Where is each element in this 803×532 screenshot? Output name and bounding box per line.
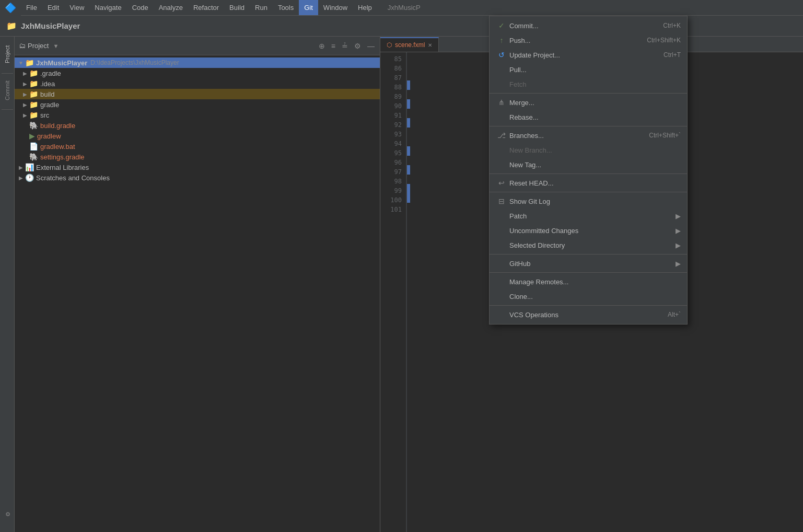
commit-label: Commit... bbox=[509, 22, 659, 30]
gutter-85 bbox=[407, 52, 410, 62]
sidebar-item-commit[interactable]: Commit bbox=[2, 75, 13, 106]
tree-item-root[interactable]: ▼ 📁 JxhMusicPlayer D:\IdeaProjects\JxhMu… bbox=[15, 57, 380, 68]
project-title: JxhMusicPlayer bbox=[21, 21, 80, 30]
menu-item-selected-directory[interactable]: Selected Directory ▶ bbox=[490, 238, 687, 252]
line-num-97: 97 bbox=[380, 167, 402, 177]
tree-item-src[interactable]: ▶ 📁 src bbox=[15, 110, 380, 120]
line-num-94: 94 bbox=[380, 139, 402, 148]
update-shortcut: Ctrl+T bbox=[664, 51, 681, 59]
menu-item-new-tag[interactable]: New Tag... bbox=[490, 157, 687, 172]
patch-arrow: ▶ bbox=[676, 212, 681, 220]
menu-item-rebase[interactable]: Rebase... bbox=[490, 110, 687, 124]
expand-icon-src: ▶ bbox=[21, 112, 29, 118]
fetch-label: Fetch bbox=[509, 80, 681, 88]
gutter-95 bbox=[407, 146, 410, 156]
menu-refactor[interactable]: Refactor bbox=[188, 0, 224, 15]
gutter-96 bbox=[407, 156, 410, 165]
tree-item-settings-gradle[interactable]: ▶ 🐘 settings.gradle bbox=[15, 152, 380, 162]
gutter-87 bbox=[407, 71, 410, 80]
gutter-101 bbox=[407, 203, 410, 212]
pull-label: Pull... bbox=[509, 66, 681, 74]
menu-item-fetch[interactable]: Fetch bbox=[490, 77, 687, 91]
tree-item-gradlew-bat[interactable]: ▶ 📄 gradlew.bat bbox=[15, 141, 380, 152]
line-num-85: 85 bbox=[380, 54, 402, 64]
panel-title-label: Project bbox=[28, 42, 49, 50]
settings-gradle-label: settings.gradle bbox=[40, 153, 85, 161]
menu-file[interactable]: File bbox=[21, 0, 42, 15]
git-gutter bbox=[406, 52, 411, 532]
menu-item-update-project[interactable]: ↺ Update Project... Ctrl+T bbox=[490, 48, 687, 62]
manage-remotes-label: Manage Remotes... bbox=[509, 278, 681, 286]
menu-item-commit[interactable]: ✓ Commit... Ctrl+K bbox=[490, 18, 687, 33]
menu-item-pull[interactable]: Pull... bbox=[490, 62, 687, 77]
tree-item-idea-dir[interactable]: ▶ 📁 .idea bbox=[15, 78, 380, 89]
menu-item-uncommitted-changes[interactable]: Uncommitted Changes ▶ bbox=[490, 223, 687, 238]
minimize-icon[interactable]: — bbox=[366, 41, 376, 51]
tree-item-external-libs[interactable]: ▶ 📊 External Libraries bbox=[15, 162, 380, 172]
vcs-shortcut: Alt+` bbox=[668, 311, 681, 318]
separator-7 bbox=[490, 305, 687, 306]
update-icon: ↺ bbox=[496, 51, 507, 59]
root-folder-icon: 📁 bbox=[25, 59, 34, 67]
menu-item-patch[interactable]: Patch ▶ bbox=[490, 209, 687, 223]
menu-view[interactable]: View bbox=[64, 0, 89, 15]
sidebar-item-project[interactable]: Project bbox=[2, 39, 13, 70]
tree-item-gradle[interactable]: ▶ 📁 gradle bbox=[15, 99, 380, 110]
idea-dir-icon: 📁 bbox=[29, 79, 38, 88]
push-label: Push... bbox=[509, 37, 643, 44]
menu-item-branches[interactable]: ⎇ Branches... Ctrl+Shift+` bbox=[490, 128, 687, 143]
project-panel-header: 🗂 Project ▼ ⊕ ≡ ≟ ⚙ — bbox=[15, 37, 380, 55]
git-dropdown-menu: ✓ Commit... Ctrl+K ↑ Push... Ctrl+Shift+… bbox=[489, 16, 688, 325]
expand-icon-scratches: ▶ bbox=[17, 175, 25, 181]
menu-item-merge[interactable]: ⋔ Merge... bbox=[490, 95, 687, 110]
uncommitted-changes-label: Uncommitted Changes bbox=[509, 227, 671, 235]
tree-item-gradle-dir[interactable]: ▶ 📁 .gradle bbox=[15, 68, 380, 78]
menu-item-vcs-operations[interactable]: VCS Operations Alt+` bbox=[490, 307, 687, 322]
menu-item-push[interactable]: ↑ Push... Ctrl+Shift+K bbox=[490, 33, 687, 48]
menu-git[interactable]: Git bbox=[299, 0, 318, 15]
merge-icon: ⋔ bbox=[496, 98, 507, 107]
menu-tools[interactable]: Tools bbox=[273, 0, 299, 15]
tree-item-gradlew[interactable]: ▶ ▶ gradlew bbox=[15, 131, 380, 141]
build-gradle-label: build.gradle bbox=[40, 122, 75, 130]
tree-item-scratches[interactable]: ▶ 🕐 Scratches and Consoles bbox=[15, 172, 380, 183]
line-num-99: 99 bbox=[380, 186, 402, 195]
selected-directory-label: Selected Directory bbox=[509, 241, 671, 249]
external-libs-icon: 📊 bbox=[25, 163, 34, 171]
root-path: D:\IdeaProjects\JxhMusicPlayer bbox=[90, 59, 179, 66]
menu-edit[interactable]: Edit bbox=[42, 0, 64, 15]
gradlew-bat-icon: 📄 bbox=[29, 142, 38, 151]
clone-label: Clone... bbox=[509, 293, 681, 300]
separator-6 bbox=[490, 272, 687, 273]
menu-navigate[interactable]: Navigate bbox=[89, 0, 126, 15]
collapse-all-icon[interactable]: ≡ bbox=[330, 41, 336, 51]
menu-item-new-branch[interactable]: New Branch... bbox=[490, 143, 687, 157]
panel-dropdown-arrow[interactable]: ▼ bbox=[53, 43, 59, 49]
app-logo: 🔷 bbox=[0, 0, 21, 16]
menu-item-reset-head[interactable]: ↩ Reset HEAD... bbox=[490, 176, 687, 190]
menu-build[interactable]: Build bbox=[224, 0, 250, 15]
menu-run[interactable]: Run bbox=[250, 0, 273, 15]
gradle-icon: 📁 bbox=[29, 100, 38, 109]
project-title-right: JxhMusicP bbox=[388, 4, 421, 11]
sidebar-item-settings[interactable]: ⚙ bbox=[2, 499, 13, 530]
tree-item-build-dir[interactable]: ▶ 📁 build bbox=[15, 89, 380, 99]
menu-window[interactable]: Window bbox=[318, 0, 353, 15]
tree-item-build-gradle[interactable]: ▶ 🐘 build.gradle bbox=[15, 120, 380, 131]
sort-icon[interactable]: ≟ bbox=[341, 41, 349, 51]
tab-scene-fxml[interactable]: ⬡ scene.fxml ✕ bbox=[380, 37, 439, 52]
gear-icon[interactable]: ⚙ bbox=[353, 41, 362, 51]
gutter-86 bbox=[407, 62, 410, 71]
menu-item-clone[interactable]: Clone... bbox=[490, 289, 687, 304]
github-arrow: ▶ bbox=[676, 260, 681, 268]
menu-code[interactable]: Code bbox=[127, 0, 154, 15]
tab-close-button[interactable]: ✕ bbox=[428, 42, 432, 48]
menu-item-show-git-log[interactable]: ⊟ Show Git Log bbox=[490, 194, 687, 209]
panel-header-icons: ⊕ ≡ ≟ ⚙ — bbox=[318, 41, 376, 51]
menu-analyze[interactable]: Analyze bbox=[154, 0, 188, 15]
menu-item-manage-remotes[interactable]: Manage Remotes... bbox=[490, 274, 687, 289]
line-num-93: 93 bbox=[380, 130, 402, 139]
menu-help[interactable]: Help bbox=[353, 0, 377, 15]
menu-item-github[interactable]: GitHub ▶ bbox=[490, 256, 687, 271]
locate-icon[interactable]: ⊕ bbox=[318, 41, 326, 51]
